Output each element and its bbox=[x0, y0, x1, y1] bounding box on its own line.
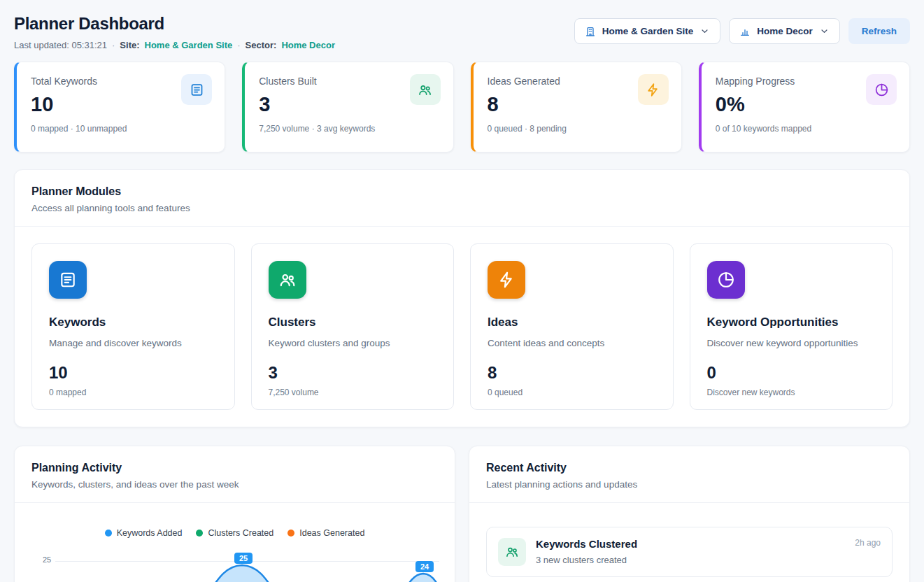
module-description: Discover new keyword opportunities bbox=[707, 338, 876, 348]
stat-subtext: 0 mapped · 10 unmapped bbox=[31, 124, 211, 134]
stats-row: Total Keywords 10 0 mapped · 10 unmapped… bbox=[14, 62, 910, 152]
bottom-panels: Planning Activity Keywords, clusters, an… bbox=[14, 446, 910, 582]
page-title: Planner Dashboard bbox=[14, 14, 335, 34]
chart-legend: Keywords Added Clusters Created Ideas Ge… bbox=[15, 503, 455, 538]
activity-description: 3 new clusters created bbox=[536, 555, 637, 565]
sector-selector-label: Home Decor bbox=[757, 26, 813, 36]
module-card-clusters[interactable]: Clusters Keyword clusters and groups 3 7… bbox=[251, 243, 455, 410]
recent-activity-header: Recent Activity Latest planning actions … bbox=[469, 446, 909, 503]
sector-link[interactable]: Home Decor bbox=[281, 40, 335, 50]
legend-label: Keywords Added bbox=[117, 528, 183, 538]
stat-card-clusters-built: Clusters Built 3 7,250 volume · 3 avg ke… bbox=[242, 62, 453, 152]
module-value: 0 bbox=[707, 363, 876, 383]
meta-separator: · bbox=[237, 40, 240, 50]
module-subtext: 7,250 volume bbox=[269, 388, 437, 397]
module-title: Ideas bbox=[488, 315, 656, 329]
stat-subtext: 0 queued · 8 pending bbox=[488, 124, 667, 134]
site-link[interactable]: Home & Garden Site bbox=[145, 40, 233, 50]
activity-title: Keywords Clustered bbox=[536, 538, 637, 550]
panel-subtitle: Access all planning tools and features bbox=[31, 203, 893, 213]
planning-activity-header: Planning Activity Keywords, clusters, an… bbox=[15, 446, 455, 503]
module-subtext: 0 queued bbox=[488, 388, 656, 397]
module-description: Manage and discover keywords bbox=[49, 338, 218, 348]
chevron-down-icon bbox=[819, 26, 830, 36]
bar-chart-icon bbox=[739, 26, 751, 37]
data-point-label: 24 bbox=[415, 561, 434, 572]
chevron-down-icon bbox=[699, 26, 710, 36]
planner-dashboard-app: Planner Dashboard Last updated: 05:31:21… bbox=[0, 0, 924, 582]
pie-chart-icon bbox=[866, 74, 897, 105]
module-card-ideas[interactable]: Ideas Content ideas and concepts 8 0 que… bbox=[470, 243, 674, 410]
page-header: Planner Dashboard Last updated: 05:31:21… bbox=[14, 14, 910, 50]
site-selector-label: Home & Garden Site bbox=[602, 26, 694, 36]
site-selector-dropdown[interactable]: Home & Garden Site bbox=[574, 18, 721, 44]
planning-activity-chart: 25 25 24 bbox=[15, 546, 455, 582]
panel-subtitle: Latest planning actions and updates bbox=[486, 479, 893, 490]
lightning-bolt-icon bbox=[488, 261, 525, 299]
last-updated-text: Last updated: 05:31:21 bbox=[14, 40, 107, 50]
recent-activity-panel: Recent Activity Latest planning actions … bbox=[469, 446, 910, 582]
module-title: Keywords bbox=[49, 315, 218, 329]
legend-dot bbox=[287, 530, 294, 537]
stat-subtext: 0 of 10 keywords mapped bbox=[716, 124, 895, 134]
document-lines-icon bbox=[49, 261, 87, 299]
panel-title: Planning Activity bbox=[31, 462, 438, 474]
planner-modules-header: Planner Modules Access all planning tool… bbox=[15, 170, 909, 227]
module-description: Keyword clusters and groups bbox=[269, 338, 437, 348]
users-icon bbox=[269, 261, 306, 299]
module-value: 3 bbox=[269, 363, 437, 383]
header-controls: Home & Garden Site Home Decor Refresh bbox=[574, 18, 910, 44]
module-card-keywords[interactable]: Keywords Manage and discover keywords 10… bbox=[31, 243, 235, 410]
sector-selector-dropdown[interactable]: Home Decor bbox=[729, 18, 840, 44]
panel-title: Planner Modules bbox=[31, 185, 893, 198]
data-point-label: 25 bbox=[234, 553, 253, 564]
lightning-bolt-icon bbox=[638, 74, 669, 105]
activity-text: Keywords Clustered 3 new clusters create… bbox=[536, 538, 637, 565]
document-lines-icon bbox=[181, 74, 212, 105]
legend-dot bbox=[196, 530, 203, 537]
users-icon bbox=[410, 74, 441, 105]
site-label: Site: bbox=[120, 40, 139, 50]
module-subtext: 0 mapped bbox=[49, 388, 218, 397]
legend-item-ideas-generated[interactable]: Ideas Generated bbox=[287, 528, 364, 538]
panel-title: Recent Activity bbox=[486, 462, 893, 474]
module-title: Clusters bbox=[269, 315, 437, 329]
module-title: Keyword Opportunities bbox=[707, 315, 876, 329]
pie-chart-icon bbox=[707, 261, 745, 299]
planning-activity-panel: Planning Activity Keywords, clusters, an… bbox=[14, 446, 455, 582]
module-value: 10 bbox=[49, 363, 218, 383]
stat-card-ideas-generated: Ideas Generated 8 0 queued · 8 pending bbox=[471, 62, 682, 152]
page-meta: Last updated: 05:31:21 · Site: Home & Ga… bbox=[14, 40, 335, 50]
legend-label: Ideas Generated bbox=[299, 528, 364, 538]
activity-timestamp: 2h ago bbox=[855, 538, 881, 548]
users-icon bbox=[498, 538, 526, 566]
module-value: 8 bbox=[488, 363, 656, 383]
meta-separator: · bbox=[112, 40, 115, 50]
legend-label: Clusters Created bbox=[208, 528, 273, 538]
module-card-keyword-opportunities[interactable]: Keyword Opportunities Discover new keywo… bbox=[690, 243, 893, 410]
refresh-button[interactable]: Refresh bbox=[848, 18, 910, 44]
modules-grid: Keywords Manage and discover keywords 10… bbox=[15, 227, 909, 427]
sector-label: Sector: bbox=[246, 40, 277, 50]
stat-subtext: 7,250 volume · 3 avg keywords bbox=[259, 124, 439, 134]
panel-subtitle: Keywords, clusters, and ideas over the p… bbox=[31, 479, 438, 490]
legend-item-clusters-created[interactable]: Clusters Created bbox=[196, 528, 273, 538]
legend-item-keywords-added[interactable]: Keywords Added bbox=[105, 528, 183, 538]
stat-card-total-keywords: Total Keywords 10 0 mapped · 10 unmapped bbox=[14, 62, 225, 152]
module-description: Content ideas and concepts bbox=[488, 338, 656, 348]
activity-item-keywords-clustered: Keywords Clustered 3 new clusters create… bbox=[486, 527, 893, 577]
building-icon bbox=[585, 26, 596, 37]
module-subtext: Discover new keywords bbox=[707, 388, 876, 397]
legend-dot bbox=[105, 530, 112, 537]
planner-modules-panel: Planner Modules Access all planning tool… bbox=[14, 169, 910, 427]
stat-card-mapping-progress: Mapping Progress 0% 0 of 10 keywords map… bbox=[699, 62, 910, 152]
recent-activity-list: Keywords Clustered 3 new clusters create… bbox=[469, 503, 909, 582]
y-axis-tick: 25 bbox=[43, 555, 51, 564]
